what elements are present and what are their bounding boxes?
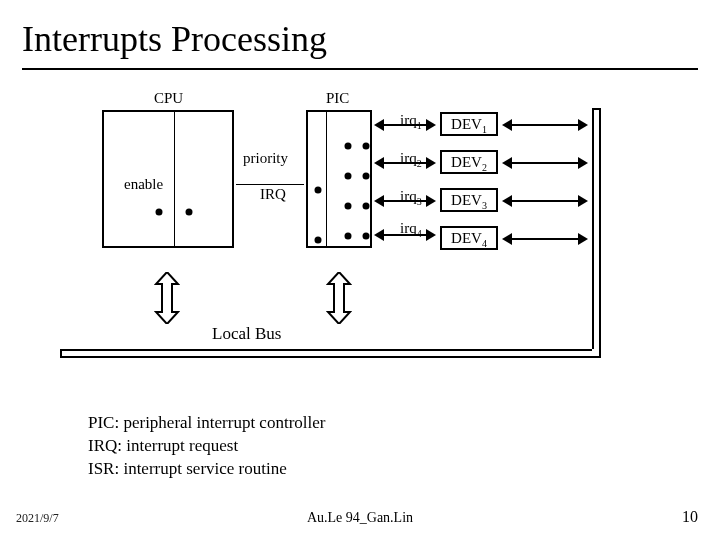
irq2-label: irq2 [400, 150, 422, 169]
bus-corner [592, 349, 601, 358]
dev4-box: DEV4 [440, 226, 498, 250]
pic-label: PIC [326, 90, 349, 107]
pic-out-dot-2 [345, 173, 352, 180]
title-divider [22, 68, 698, 70]
enable-label: enable [124, 176, 163, 193]
irq3-label: irq3 [400, 188, 422, 207]
pic-out-dot-3b [363, 203, 370, 210]
dev2-box: DEV2 [440, 150, 498, 174]
pic-inner-divider [326, 112, 327, 246]
irq1-label: irq1 [400, 112, 422, 131]
glossary-line-1: PIC: peripheral interrupt controller [88, 412, 325, 435]
pic-out-dot-3 [345, 203, 352, 210]
irq4-label: irq4 [400, 220, 422, 239]
priority-label: priority [243, 150, 288, 167]
cpu-bus-arrow [154, 272, 180, 324]
pic-out-dot-1 [345, 143, 352, 150]
pic-out-dot-4b [363, 233, 370, 240]
pic-in-dot-2 [315, 237, 322, 244]
footer-center: Au.Le 94_Gan.Lin [0, 510, 720, 526]
glossary: PIC: peripheral interrupt controller IRQ… [88, 412, 325, 481]
footer-page-number: 10 [682, 508, 698, 526]
cpu-dot-2 [186, 209, 193, 216]
cpu-box [102, 110, 234, 248]
local-bus-label: Local Bus [212, 324, 281, 344]
dev1-box: DEV1 [440, 112, 498, 136]
pic-out-dot-1b [363, 143, 370, 150]
bus-horizontal [60, 349, 600, 358]
cpu-label: CPU [154, 90, 183, 107]
pic-out-dot-4 [345, 233, 352, 240]
glossary-line-2: IRQ: interrupt request [88, 435, 325, 458]
cpu-inner-divider [174, 112, 175, 246]
pic-bus-arrow [326, 272, 352, 324]
dev3-box: DEV3 [440, 188, 498, 212]
cpu-dot-1 [156, 209, 163, 216]
irq-label: IRQ [260, 186, 286, 203]
pic-out-dot-2b [363, 173, 370, 180]
pic-box [306, 110, 372, 248]
glossary-line-3: ISR: interrupt service routine [88, 458, 325, 481]
diagram-area: CPU enable PIC priority IRQ irq1 irq2 ir… [22, 88, 698, 388]
irq-line-underline [236, 184, 304, 185]
pic-in-dot-1 [315, 187, 322, 194]
bus-vertical [592, 108, 601, 358]
slide-title: Interrupts Processing [0, 0, 720, 60]
